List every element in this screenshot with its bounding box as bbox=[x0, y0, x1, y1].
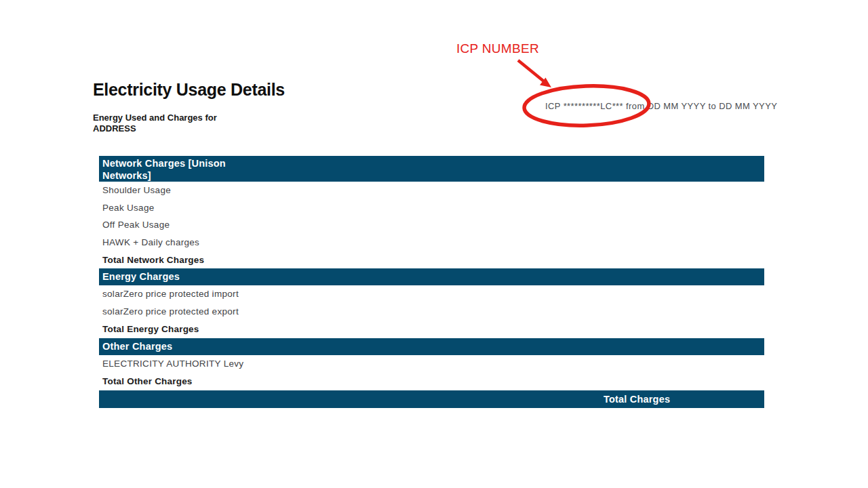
table-row: solarZero price protected export bbox=[99, 303, 764, 321]
total-network-charges-row: Total Network Charges bbox=[99, 251, 764, 268]
icp-annotation-label: ICP NUMBER bbox=[456, 41, 539, 56]
annotation-ellipse-icon bbox=[521, 83, 652, 129]
total-other-charges-row: Total Other Charges bbox=[99, 373, 764, 390]
table-row: ELECTRICITY AUTHORITY Levy bbox=[99, 355, 764, 373]
section-header-label: Other Charges bbox=[102, 341, 172, 352]
row-label: Peak Usage bbox=[102, 203, 155, 213]
row-label: solarZero price protected import bbox=[102, 289, 239, 299]
section-header-label: Energy Charges bbox=[102, 271, 180, 282]
section-header-other-charges: Other Charges bbox=[99, 338, 764, 355]
row-label: solarZero price protected export bbox=[102, 306, 239, 317]
table-row: HAWK + Daily charges bbox=[99, 234, 764, 251]
total-row-label: Total Network Charges bbox=[102, 255, 204, 265]
section-header-label: Network Charges [Unison Networks] bbox=[102, 157, 241, 182]
page-subtitle: Energy Used and Charges for ADDRESS bbox=[93, 113, 217, 134]
total-energy-charges-row: Total Energy Charges bbox=[99, 321, 764, 338]
total-row-label: Total Other Charges bbox=[102, 376, 193, 386]
subtitle-line-1: Energy Used and Charges for bbox=[93, 113, 217, 123]
table-row: Off Peak Usage bbox=[99, 216, 764, 234]
table-row: solarZero price protected import bbox=[99, 285, 764, 303]
table-row: Peak Usage bbox=[99, 199, 764, 217]
charges-table: Network Charges [Unison Networks] Should… bbox=[99, 156, 764, 408]
subtitle-line-2: ADDRESS bbox=[93, 123, 217, 134]
row-label: ELECTRICITY AUTHORITY Levy bbox=[102, 359, 243, 369]
electricity-usage-page: Electricity Usage Details Energy Used an… bbox=[0, 0, 868, 488]
total-charges-band: Total Charges bbox=[99, 390, 764, 408]
row-label: HAWK + Daily charges bbox=[102, 237, 199, 247]
table-row: Shoulder Usage bbox=[99, 182, 764, 199]
row-label: Shoulder Usage bbox=[102, 185, 171, 195]
total-row-label: Total Energy Charges bbox=[102, 324, 199, 334]
total-charges-label: Total Charges bbox=[102, 394, 670, 405]
row-label: Off Peak Usage bbox=[102, 220, 170, 230]
section-header-network-charges: Network Charges [Unison Networks] bbox=[99, 156, 764, 182]
section-header-energy-charges: Energy Charges bbox=[99, 268, 764, 285]
page-title: Electricity Usage Details bbox=[93, 80, 285, 100]
